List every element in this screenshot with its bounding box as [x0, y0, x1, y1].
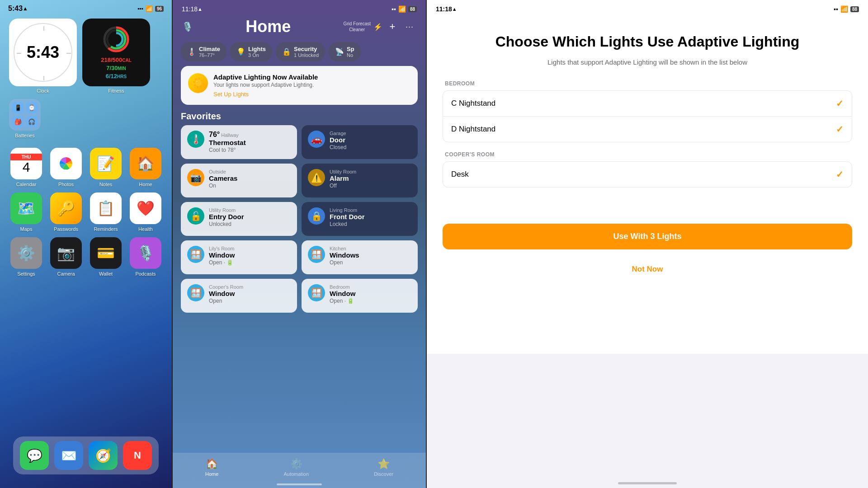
tile-alarm[interactable]: ⚠️ Utility Room Alarm Off — [302, 164, 418, 197]
battery-s2: 88 — [408, 6, 417, 12]
screen3-adaptive-lighting: 11:18 ▲ ▪▪ 📶 88 Choose Which Lights Use … — [427, 0, 868, 488]
app-icon-passwords: 🔑 — [50, 192, 82, 224]
use-with-lights-button[interactable]: Use With 3 Lights — [443, 224, 852, 249]
app-passwords[interactable]: 🔑 Passwords — [49, 192, 83, 232]
app-icon-health: ❤️ — [130, 192, 161, 224]
bedroom-list: C Nightstand ✓ D Nightstand ✓ — [443, 90, 852, 142]
clock-widget[interactable]: 5:43 — [9, 19, 77, 86]
bedroom-header: BEDROOM — [443, 80, 852, 87]
discover-nav-label: Discover — [374, 471, 393, 477]
s3-main-content: Choose Which Lights Use Adaptive Lightin… — [427, 15, 868, 354]
adaptive-lighting-card[interactable]: ☀️ Adaptive Lighting Now Available Your … — [181, 66, 418, 105]
tile-lilys-window[interactable]: 🪟 Lily's Room Window Open · 🔋 — [181, 240, 297, 274]
desk-item[interactable]: Desk ✓ — [443, 162, 852, 187]
status-right-s3: ▪▪ 📶 88 — [834, 5, 859, 13]
time-s2: 11:18 — [182, 5, 198, 13]
grid-forecast: Grid Forecast Cleaner — [343, 21, 371, 33]
folder-icon-batteries[interactable]: 📱 ⌚ 🎒 🎧 — [9, 99, 41, 131]
dock: 💬 ✉️ 🧭 N — [13, 436, 159, 474]
pill-security[interactable]: 🔒 Security 1 Unlocked — [276, 42, 325, 61]
app-camera[interactable]: 📷 Camera — [49, 237, 83, 277]
pill-lights[interactable]: 💡 Lights 3 On — [230, 42, 272, 61]
app-label-maps: Maps — [20, 226, 33, 232]
fitness-calories: 218/500CAL — [101, 56, 132, 63]
tile-coopers-window[interactable]: 🪟 Cooper's Room Window Open — [181, 279, 297, 313]
thermostat-icon: 🌡️ — [187, 131, 204, 148]
pill-sp[interactable]: 📡 Sp No — [329, 42, 361, 61]
dock-mail[interactable]: ✉️ — [54, 441, 83, 470]
nav-home[interactable]: 🏠 Home — [205, 458, 218, 477]
app-calendar[interactable]: THU 4 Calendar — [9, 148, 43, 187]
app-home[interactable]: 🏠 Home — [128, 148, 163, 187]
signal-icon-s1: ▪▪▪ — [137, 5, 143, 12]
app-label-settings: Settings — [17, 271, 35, 277]
adaptive-subtitle: Your lights now support Adaptive Lightin… — [213, 82, 318, 88]
not-now-button[interactable]: Not Now — [443, 257, 852, 282]
app-reminders[interactable]: 📋 Reminders — [89, 192, 123, 232]
photos-svg — [56, 154, 76, 174]
tile-entry-door[interactable]: 🔓 Utility Room Entry Door Unlocked — [181, 202, 297, 236]
climate-icon: 🌡️ — [187, 47, 196, 56]
screen2-home-app: 11:18 ▲ ▪▪ 📶 88 🎙️ Home Grid Forecast Cl… — [173, 0, 426, 488]
bottom-nav-s2: 🏠 Home ⚙️ Automation ⭐ Discover — [173, 453, 426, 488]
coopers-list: Desk ✓ — [443, 161, 852, 188]
favorites-grid: 🌡️ 76° Hallway Thermostat Cool to 78° 🚗 … — [173, 125, 426, 313]
desk-check: ✓ — [836, 169, 844, 180]
screen1-home: 5:43 ▲ ▪▪▪ 📶 96 — [0, 0, 172, 488]
tile-front-door[interactable]: 🔒 Living Room Front Door Locked — [302, 202, 418, 236]
app-icon-wallet: 💳 — [90, 237, 122, 269]
app-settings[interactable]: ⚙️ Settings — [9, 237, 43, 277]
lights-icon: 💡 — [236, 47, 245, 56]
add-button[interactable]: + — [385, 19, 400, 34]
d-nightstand-item[interactable]: D Nightstand ✓ — [443, 117, 852, 142]
tile-bedroom-window[interactable]: 🪟 Bedroom Window Open · 🔋 — [302, 279, 418, 313]
front-door-icon: 🔒 — [308, 207, 325, 225]
dock-messages[interactable]: 💬 — [20, 441, 49, 470]
app-maps[interactable]: 🗺️ Maps — [9, 192, 43, 232]
batteries-folder[interactable]: 📱 ⌚ 🎒 🎧 Batteries — [9, 99, 41, 138]
dock-safari[interactable]: 🧭 — [89, 441, 118, 470]
c-nightstand-label: C Nightstand — [451, 99, 495, 108]
tile-cameras[interactable]: 📷 Outside Cameras On — [181, 164, 297, 197]
app-icon-home: 🏠 — [130, 148, 161, 179]
app-wallet[interactable]: 💳 Wallet — [89, 237, 123, 277]
thermostat-text: 76° Hallway Thermostat Cool to 78° — [209, 131, 246, 153]
app-label-photos: Photos — [58, 182, 74, 187]
c-nightstand-item[interactable]: C Nightstand ✓ — [443, 91, 852, 117]
garage-text: Garage Door Closed — [330, 131, 346, 150]
app-row-batteries: 📱 ⌚ 🎒 🎧 Batteries — [0, 96, 172, 141]
app-health[interactable]: ❤️ Health — [128, 192, 163, 232]
home-indicator-s3 — [618, 482, 677, 484]
pill-climate[interactable]: 🌡️ Climate 76–77° — [181, 42, 226, 61]
tile-thermostat[interactable]: 🌡️ 76° Hallway Thermostat Cool to 78° — [181, 125, 297, 159]
tile-garage[interactable]: 🚗 Garage Door Closed — [302, 125, 418, 159]
app-photos[interactable]: Photos — [49, 148, 83, 187]
status-right-s2: ▪▪ 📶 88 — [392, 5, 417, 13]
header-left: 🎙️ — [182, 21, 193, 32]
status-bar-s1: 5:43 ▲ ▪▪▪ 📶 96 — [0, 0, 172, 15]
app-notes[interactable]: 📝 Notes — [89, 148, 123, 187]
fitness-widget-container[interactable]: 218/500CAL 7/30MIN 6/12HRS Fitness — [82, 19, 150, 94]
pill-sp-text: Sp No — [347, 46, 354, 58]
fitness-widget[interactable]: 218/500CAL 7/30MIN 6/12HRS — [82, 19, 150, 86]
more-button[interactable]: ··· — [402, 19, 417, 34]
coopers-window-icon: 🪟 — [187, 284, 204, 301]
adaptive-text: Adaptive Lighting Now Available Your lig… — [213, 73, 318, 98]
app-icon-settings: ⚙️ — [10, 237, 42, 269]
nav-discover[interactable]: ⭐ Discover — [374, 458, 393, 477]
fitness-label: Fitness — [108, 88, 124, 94]
battery-s3: 88 — [850, 6, 859, 12]
nav-automation[interactable]: ⚙️ Automation — [283, 458, 309, 477]
microphone-icon[interactable]: 🎙️ — [182, 21, 193, 32]
app-label-podcasts: Podcasts — [135, 271, 156, 277]
app-label-wallet: Wallet — [99, 271, 113, 277]
wifi-icon-s1: 📶 — [146, 5, 153, 12]
clock-widget-container[interactable]: 5:43 Clock — [9, 19, 77, 94]
setup-lights-link[interactable]: Set Up Lights — [213, 91, 318, 98]
app-label-notes: Notes — [99, 182, 113, 187]
tile-kitchen-windows[interactable]: 🪟 Kitchen Windows Open — [302, 240, 418, 274]
coopers-header: COOPER'S ROOM — [443, 151, 852, 158]
coopers-window-text: Cooper's Room Window Open — [209, 284, 243, 304]
app-podcasts[interactable]: 🎙️ Podcasts — [128, 237, 163, 277]
dock-news[interactable]: N — [123, 441, 152, 470]
